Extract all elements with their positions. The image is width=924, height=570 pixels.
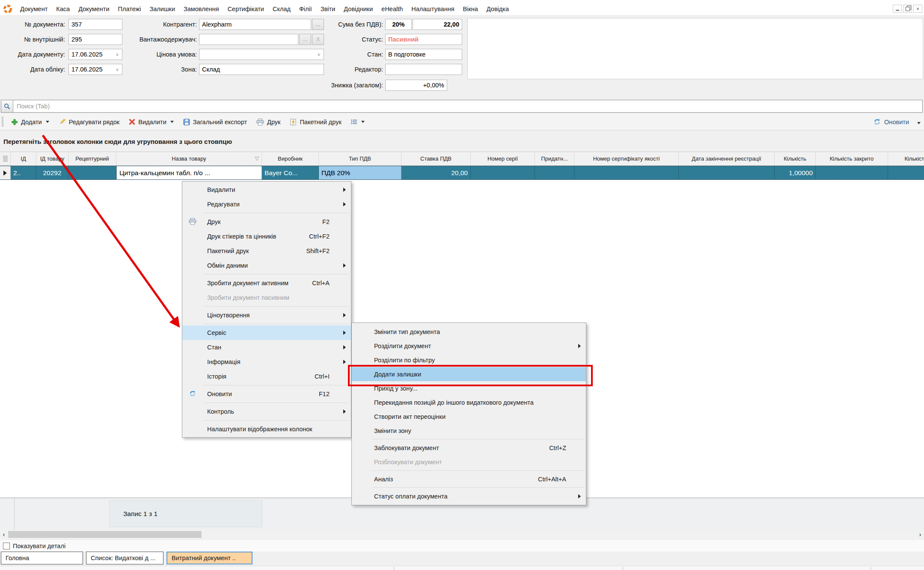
ctx-info[interactable]: Інформація [182,355,351,369]
close-button[interactable]: × [913,5,922,13]
cell-vat-rate[interactable]: 20,00 [401,166,471,179]
menu-kasa[interactable]: Каса [52,3,74,15]
toolbar-drag-handle[interactable] [2,117,3,127]
cell-product-id[interactable]: 20292 [36,166,68,179]
header-validity[interactable]: Придатн... [535,152,574,165]
refresh-button[interactable]: Оновити [870,118,924,125]
menu-directories[interactable]: Довідники [339,3,377,15]
sort-filter-icon[interactable]: ▽ [255,155,259,161]
header-vat-type[interactable]: Тип ПДВ [319,152,401,165]
sub-split-document[interactable]: Розділити документ [352,339,586,353]
delete-button[interactable]: Видалити [124,116,178,128]
ctx-service[interactable]: Сервіс [182,325,351,340]
header-serial[interactable]: Номер серії [471,152,535,165]
minimize-button[interactable] [893,5,902,13]
cell-id[interactable]: 2.. [11,166,36,179]
vat-percent-field[interactable]: 20% [385,19,412,30]
ctx-batch-print[interactable]: Пакетний друкShift+F2 [182,244,351,258]
tab-expense-list[interactable]: Список: Видаткові д ... [86,552,163,564]
cell-product-name[interactable]: Цитра-кальцемин табл. п/о ... [116,166,262,179]
sub-create-revaluation[interactable]: Створити акт переоцінки [352,409,586,424]
header-vat-rate[interactable]: Ставка ПДВ [401,152,471,165]
header-quantity-extra[interactable]: Кількість з [888,152,924,165]
ctx-data-exchange[interactable]: Обмін даними [182,258,351,273]
header-marker-cell[interactable] [0,152,11,165]
scroll-left-button[interactable]: ‹ [0,530,8,539]
batch-print-button[interactable]: Пакетний друк [285,116,346,128]
header-quantity[interactable]: Кількість [775,152,816,165]
ctx-edit[interactable]: Редагувати [182,197,351,212]
ctx-print[interactable]: ДрукF2 [182,215,351,229]
menu-ehealth[interactable]: eHealth [377,3,407,15]
cell-reg-end-date[interactable] [679,166,775,179]
ctx-make-active[interactable]: Зробити документ активнимCtrl+A [182,276,351,290]
cell-producer[interactable]: Bayer Co... [262,166,319,179]
ctx-state[interactable]: Стан [182,340,351,355]
header-quantity-closed[interactable]: Кількість закрито [816,152,888,165]
ctx-delete[interactable]: Видалити [182,182,351,197]
ctx-refresh[interactable]: ОновитиF12 [182,387,351,401]
add-button[interactable]: Додати [6,116,54,128]
ctx-configure-columns[interactable]: Налаштувати відображення колонок [182,422,351,436]
header-product-id[interactable]: ІД товару [36,152,68,165]
menu-document[interactable]: Документ [16,3,52,15]
notes-box[interactable] [467,18,923,79]
discount-field[interactable]: +0,00% [385,80,447,91]
list-options-button[interactable] [346,116,369,128]
search-button[interactable] [1,100,13,112]
general-export-button[interactable]: Загальний експорт [178,116,252,128]
menu-documents[interactable]: Документи [74,3,113,15]
menu-remainders[interactable]: Залишки [146,3,179,15]
menu-reports[interactable]: Звіти [316,3,339,15]
sub-lock-document[interactable]: Заблокувати документCtrl+Z [352,441,586,455]
scroll-right-button[interactable]: › [916,530,924,539]
menu-payments[interactable]: Платежі [114,3,146,15]
header-id[interactable]: ІД [11,152,36,165]
sub-move-positions[interactable]: Перекидання позицій до іншого видатковог… [352,395,586,409]
header-product-name[interactable]: Назва товару▽ [116,152,262,165]
sub-analysis[interactable]: АналізCtrl+Alt+A [352,472,586,486]
sum-amount-field[interactable]: 22,00 [413,19,462,30]
scrollbar-thumb[interactable] [8,531,202,538]
table-row[interactable]: 2.. 20292 Цитра-кальцемин табл. п/о ... … [0,166,924,180]
header-prescription[interactable]: Рецептурний [68,152,116,165]
menu-branches[interactable]: Філії [295,3,316,15]
cell-prescription[interactable] [68,166,116,179]
menu-warehouse[interactable]: Склад [268,3,295,15]
header-cert-number[interactable]: Номер сертифікату якості [574,152,679,165]
submenu-arrow-icon [578,344,581,348]
sub-payment-status[interactable]: Статус оплати документа [352,489,586,503]
print-button[interactable]: Друк [252,116,285,128]
ctx-history[interactable]: ІсторіяCtrl+I [182,369,351,384]
ctx-pricing[interactable]: Ціноутворення [182,308,351,322]
ctx-control[interactable]: Контроль [182,404,351,419]
ctx-print-stickers[interactable]: Друк стікерів та цінниківCtrl+F2 [182,229,351,244]
cell-quantity-extra[interactable] [888,166,924,179]
horizontal-scrollbar[interactable]: ‹ › [0,530,924,539]
menu-settings[interactable]: Налаштування [407,3,458,15]
record-counter: Запис 1 з 1 [109,500,262,527]
show-details-checkbox[interactable] [3,543,10,549]
document-form: № документа: 357 № внутрішній: 295 Дата … [0,15,924,99]
cell-quantity-closed[interactable] [816,166,888,179]
header-producer[interactable]: Виробник [262,152,319,165]
header-reg-end-date[interactable]: Дата закінчення реєстрації [679,152,775,165]
menu-windows[interactable]: Вікна [459,3,482,15]
cell-serial[interactable] [471,166,535,179]
restore-button[interactable] [903,5,912,13]
sub-change-zone[interactable]: Змінити зону [352,424,586,438]
bottom-tabbar: Головна Список: Видаткові д ... Витратни… [0,552,924,566]
cell-validity[interactable] [535,166,574,179]
menu-help[interactable]: Довідка [482,3,513,15]
cell-quantity[interactable]: 1,00000 [775,166,816,179]
menu-orders[interactable]: Замовлення [179,3,223,15]
edit-row-button[interactable]: Редагувати рядок [54,116,125,128]
cell-vat-type[interactable]: ПДВ 20% [319,166,401,179]
cell-cert-number[interactable] [574,166,679,179]
sub-change-doc-type[interactable]: Змінити тип документа [352,325,586,339]
menu-certificates[interactable]: Сертифікати [223,3,268,15]
search-input[interactable] [13,100,922,112]
tab-expense-document[interactable]: Витратний документ .. [166,552,253,564]
group-by-bar[interactable]: Перетягніть заголовок колонки сюди для у… [0,130,924,152]
tab-main[interactable]: Головна [1,552,83,564]
